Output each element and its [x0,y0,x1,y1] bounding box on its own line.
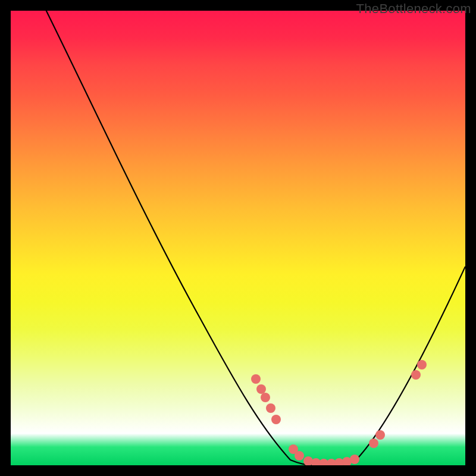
watermark-text: TheBottleneck.com [356,1,471,17]
chart-svg [11,11,465,465]
marker-dot [417,360,427,369]
marker-dot [375,430,385,440]
marker-dot [266,403,275,413]
marker-dot [261,393,270,402]
marker-dot [295,451,304,461]
marker-dot [271,415,281,424]
marker-dot [411,370,421,380]
bottleneck-curve [35,11,465,465]
marker-dot [251,374,261,384]
marker-dot [350,455,359,464]
marker-dot [369,439,378,448]
marker-dot [256,384,266,394]
chart-plot-area [11,11,465,465]
